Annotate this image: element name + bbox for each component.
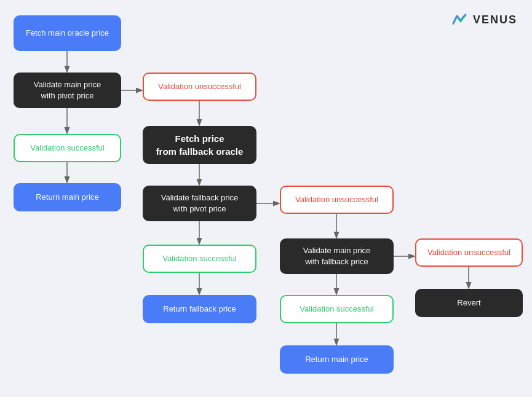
return-fallback-price: Return fallback price: [143, 295, 256, 323]
validation-success-1: Validation successful: [14, 134, 121, 162]
validation-fail-3: Validation unsuccessful: [415, 238, 523, 267]
fetch-fallback-oracle: Fetch pricefrom fallback oracle: [143, 126, 256, 164]
logo: VENUS: [451, 11, 517, 28]
diagram-container: VENUS: [0, 0, 532, 397]
validation-fail-2: Validation unsuccessful: [280, 186, 394, 214]
return-main-price-1: Return main price: [14, 183, 121, 211]
validate-fallback-price: Validate fallback pricewith pivot price: [143, 186, 256, 221]
revert-node: Revert: [415, 289, 523, 317]
fetch-main-oracle: Fetch main oracle price: [14, 15, 121, 51]
return-main-price-2: Return main price: [280, 345, 394, 374]
logo-icon: [451, 11, 468, 28]
logo-text: VENUS: [473, 14, 517, 26]
validation-success-3: Validation successful: [280, 295, 394, 323]
validation-success-2: Validation successful: [143, 245, 256, 273]
validate-main-fallback: Validate main pricewith fallback price: [280, 238, 394, 274]
validation-fail-1: Validation unsuccessful: [143, 73, 256, 101]
validate-main-price: Validate main pricewith pivot price: [14, 73, 121, 108]
